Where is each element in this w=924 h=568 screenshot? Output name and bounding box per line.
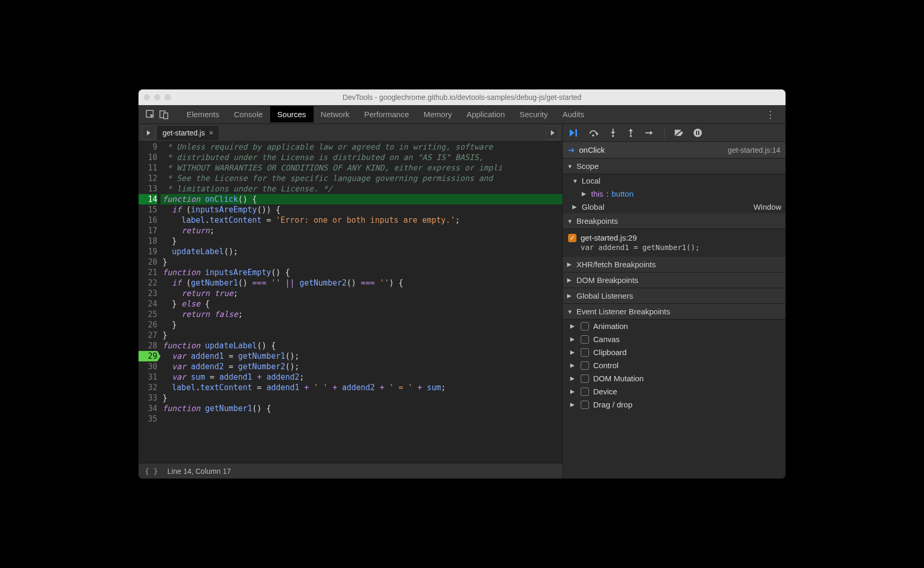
close-icon[interactable]: × [209, 129, 213, 137]
file-tab[interactable]: get-started.js × [157, 125, 218, 140]
line-number[interactable]: 12 [138, 173, 157, 184]
code-line[interactable]: var sum = addend1 + addend2; [160, 372, 562, 382]
line-number[interactable]: 18 [138, 236, 157, 246]
scope-this-row[interactable]: ▶ this: button [563, 187, 786, 200]
event-listener-breakpoints-header[interactable]: ▼ Event Listener Breakpoints [563, 304, 786, 320]
line-number[interactable]: 23 [138, 288, 157, 299]
pretty-print-icon[interactable]: { } [145, 467, 158, 475]
tab-application[interactable]: Application [459, 106, 512, 122]
line-number[interactable]: 33 [138, 393, 157, 403]
tab-network[interactable]: Network [314, 106, 357, 122]
line-number[interactable]: 34 [138, 403, 157, 414]
step-into-icon[interactable] [609, 128, 617, 138]
elb-item[interactable]: ▶Control [563, 359, 786, 372]
code-line[interactable]: updateLabel(); [160, 246, 562, 257]
resume-icon[interactable] [569, 129, 580, 137]
breakpoints-section-header[interactable]: ▼ Breakpoints [563, 213, 786, 229]
line-number[interactable]: 17 [138, 225, 157, 236]
code-line[interactable]: } [160, 330, 562, 340]
line-number[interactable]: 32 [138, 382, 157, 393]
checkbox-icon[interactable] [581, 322, 589, 331]
code-line[interactable]: function onClick() { [160, 194, 562, 205]
code-line[interactable]: } [160, 257, 562, 267]
dom-breakpoints-header[interactable]: ▶ DOM Breakpoints [563, 272, 786, 288]
line-number[interactable]: 26 [138, 320, 157, 330]
tab-elements[interactable]: Elements [179, 106, 227, 122]
checkbox-icon[interactable] [581, 361, 589, 370]
elb-item[interactable]: ▶Canvas [563, 333, 786, 346]
inspect-element-icon[interactable] [145, 109, 156, 120]
scope-local-header[interactable]: ▼ Local [563, 174, 786, 187]
elb-item[interactable]: ▶Clipboard [563, 346, 786, 359]
line-number[interactable]: 16 [138, 215, 157, 225]
close-window-button[interactable] [144, 94, 150, 100]
line-number[interactable]: 19 [138, 246, 157, 257]
scope-section-header[interactable]: ▼ Scope [563, 158, 786, 174]
code-line[interactable]: if (inputsAreEmpty()) { [160, 205, 562, 215]
code-line[interactable]: } [160, 393, 562, 403]
line-number[interactable]: 10 [138, 152, 157, 163]
line-number[interactable]: 9 [138, 142, 157, 152]
code-line[interactable]: return false; [160, 309, 562, 320]
line-number[interactable]: 21 [138, 267, 157, 278]
code-line[interactable]: * See the License for the specific langu… [160, 173, 562, 184]
code-line[interactable]: * distributed under the License is distr… [160, 152, 562, 163]
tab-console[interactable]: Console [227, 106, 270, 122]
checkbox-icon[interactable]: ✓ [568, 234, 576, 242]
code-line[interactable]: * WITHOUT WARRANTIES OR CONDITIONS OF AN… [160, 163, 562, 173]
more-options-icon[interactable]: ⋮ [761, 109, 779, 120]
line-number[interactable]: 27 [138, 330, 157, 340]
checkbox-icon[interactable] [581, 335, 589, 344]
code-line[interactable]: } [160, 236, 562, 246]
gutter[interactable]: 9101112131415161718192021222324252627282… [138, 142, 160, 463]
code-line[interactable]: * Unless required by applicable law or a… [160, 142, 562, 152]
line-number[interactable]: 29 [138, 351, 157, 361]
tab-sources[interactable]: Sources [270, 106, 314, 122]
code-line[interactable] [160, 414, 562, 424]
zoom-window-button[interactable] [165, 94, 171, 100]
checkbox-icon[interactable] [581, 401, 589, 409]
line-number[interactable]: 31 [138, 372, 157, 382]
line-number[interactable]: 22 [138, 278, 157, 288]
elb-item[interactable]: ▶Device [563, 385, 786, 398]
code-line[interactable]: var addend1 = getNumber1(); [160, 351, 562, 361]
code-area[interactable]: * Unless required by applicable law or a… [160, 142, 562, 463]
tab-memory[interactable]: Memory [417, 106, 459, 122]
code-line[interactable]: function getNumber1() { [160, 403, 562, 414]
line-number[interactable]: 24 [138, 299, 157, 309]
minimize-window-button[interactable] [154, 94, 160, 100]
code-line[interactable]: } else { [160, 299, 562, 309]
pause-on-exceptions-icon[interactable] [693, 128, 702, 138]
scope-global-row[interactable]: ▶ Global Window [563, 200, 786, 213]
code-editor[interactable]: 9101112131415161718192021222324252627282… [138, 142, 562, 463]
code-line[interactable]: } [160, 320, 562, 330]
breakpoint-item[interactable]: ✓get-started.js:29 [568, 232, 780, 243]
global-listeners-header[interactable]: ▶ Global Listeners [563, 288, 786, 304]
elb-item[interactable]: ▶Animation [563, 320, 786, 333]
show-debugger-icon[interactable] [546, 126, 559, 140]
code-line[interactable]: label.textContent = addend1 + ' ' + adde… [160, 382, 562, 393]
step-icon[interactable] [644, 129, 655, 137]
xhr-breakpoints-header[interactable]: ▶ XHR/fetch Breakpoints [563, 257, 786, 272]
code-line[interactable]: function inputsAreEmpty() { [160, 267, 562, 278]
device-toggle-icon[interactable] [158, 109, 170, 120]
code-line[interactable]: function updateLabel() { [160, 340, 562, 351]
step-over-icon[interactable] [589, 129, 599, 137]
line-number[interactable]: 35 [138, 414, 157, 424]
code-line[interactable]: if (getNumber1() === '' || getNumber2() … [160, 278, 562, 288]
step-out-icon[interactable] [627, 128, 635, 138]
tab-audits[interactable]: Audits [555, 106, 592, 122]
line-number[interactable]: 15 [138, 205, 157, 215]
checkbox-icon[interactable] [581, 374, 589, 383]
code-line[interactable]: * limitations under the License. */ [160, 184, 562, 194]
elb-item[interactable]: ▶Drag / drop [563, 398, 786, 411]
line-number[interactable]: 14 [138, 194, 157, 205]
elb-item[interactable]: ▶DOM Mutation [563, 372, 786, 385]
line-number[interactable]: 11 [138, 163, 157, 173]
line-number[interactable]: 13 [138, 184, 157, 194]
code-line[interactable]: return; [160, 225, 562, 236]
callstack-current[interactable]: ➔ onClick get-started.js:14 [563, 142, 786, 158]
line-number[interactable]: 28 [138, 340, 157, 351]
line-number[interactable]: 30 [138, 361, 157, 372]
checkbox-icon[interactable] [581, 388, 589, 396]
